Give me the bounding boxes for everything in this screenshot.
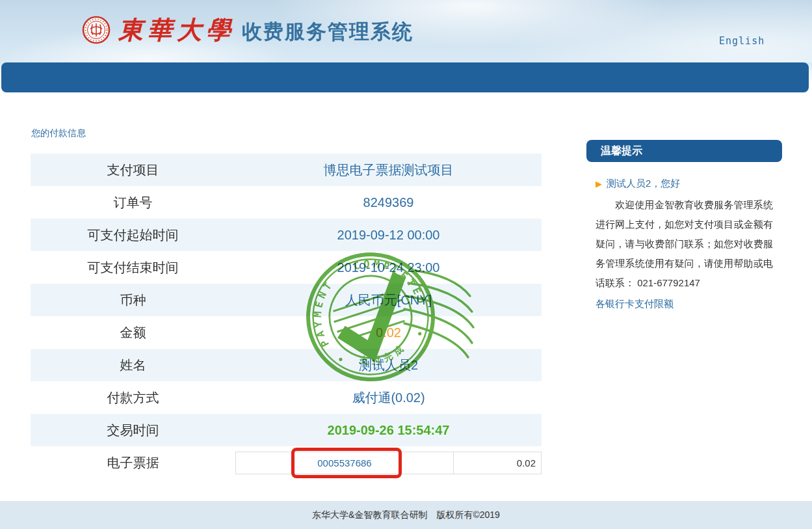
invoice-amount: 0.02 — [454, 452, 541, 474]
amount-value: 0.02 — [235, 325, 542, 340]
table-row: 支付项目 博思电子票据测试项目 — [31, 154, 542, 186]
invoice-table-row: 电子票据 0005537686 0.02 — [31, 446, 542, 479]
row-value: 2019-10-24 23:00 — [235, 260, 542, 275]
tips-header: 温馨提示 — [586, 140, 782, 162]
table-row: 可支付结束时间 2019-10-24 23:00 — [31, 251, 542, 284]
footer: 东华大学&金智教育联合研制 版权所有©2019 — [0, 501, 812, 529]
row-value: 2019-09-12 00:00 — [235, 228, 542, 243]
system-name: 收费服务管理系统 — [242, 18, 413, 46]
table-row: 付款方式 威付通(0.02) — [31, 381, 542, 414]
invoice-number-link[interactable]: 0005537686 — [236, 452, 454, 474]
university-seal-icon — [82, 16, 111, 44]
row-value: 人民币元[CNY] — [235, 292, 542, 309]
row-label: 订单号 — [31, 194, 235, 211]
table-row: 订单号 8249369 — [31, 186, 542, 219]
table-row: 币种 人民币元[CNY] — [31, 284, 542, 316]
row-label: 可支付结束时间 — [31, 259, 235, 277]
nav-bar — [1, 62, 809, 92]
table-row: 金额 0.02 — [31, 316, 542, 349]
row-value: 博思电子票据测试项目 — [235, 161, 542, 179]
row-label: 电子票据 — [31, 454, 235, 472]
payment-result-page: 東華大學 收费服务管理系统 English 您的付款信息 支付项目 博思电子票据… — [0, 0, 812, 529]
row-label: 付款方式 — [31, 389, 235, 407]
row-label: 金额 — [31, 324, 235, 342]
site-header: 東華大學 收费服务管理系统 English — [0, 0, 812, 62]
invoice-inner-table: 0005537686 0.02 — [235, 452, 542, 474]
table-row: 交易时间 2019-09-26 15:54:47 — [31, 414, 542, 446]
logo-group: 東華大學 收费服务管理系统 — [82, 10, 413, 49]
invoice-cells: 0005537686 0.02 — [235, 452, 542, 474]
row-label: 支付项目 — [31, 161, 235, 179]
tips-message: 欢迎使用金智教育收费服务管理系统进行网上支付，如您对支付项目或金额有疑问，请与收… — [596, 195, 773, 293]
row-label: 可支付起始时间 — [31, 226, 235, 244]
row-label: 币种 — [31, 292, 235, 309]
university-name: 東華大學 — [118, 10, 235, 49]
user-greeting: ▶测试人员2，您好 — [596, 178, 773, 190]
row-label: 交易时间 — [31, 422, 235, 439]
english-language-link[interactable]: English — [719, 35, 765, 47]
bank-card-limit-link[interactable]: 各银行卡支付限额 — [596, 294, 674, 314]
tips-sidebar: 温馨提示 ▶测试人员2，您好 欢迎使用金智教育收费服务管理系统进行网上支付，如您… — [586, 140, 782, 319]
table-row: 姓名 测试人员2 — [31, 349, 542, 381]
triangle-bullet-icon: ▶ — [596, 179, 602, 189]
transaction-time-value: 2019-09-26 15:54:47 — [235, 423, 542, 438]
payment-section-title: 您的付款信息 — [31, 128, 86, 139]
payment-table: 支付项目 博思电子票据测试项目 订单号 8249369 可支付起始时间 2019… — [31, 154, 542, 479]
tips-body: ▶测试人员2，您好 欢迎使用金智教育收费服务管理系统进行网上支付，如您对支付项目… — [586, 162, 782, 319]
copyright-text: 东华大学&金智教育联合研制 版权所有©2019 — [312, 509, 500, 520]
row-label: 姓名 — [31, 357, 235, 374]
row-value: 测试人员2 — [235, 357, 542, 374]
table-row: 可支付起始时间 2019-09-12 00:00 — [31, 219, 542, 251]
nav-strip — [0, 62, 812, 92]
greeting-text: 测试人员2，您好 — [607, 178, 680, 189]
row-value: 威付通(0.02) — [235, 389, 542, 407]
row-value: 8249369 — [235, 195, 542, 210]
